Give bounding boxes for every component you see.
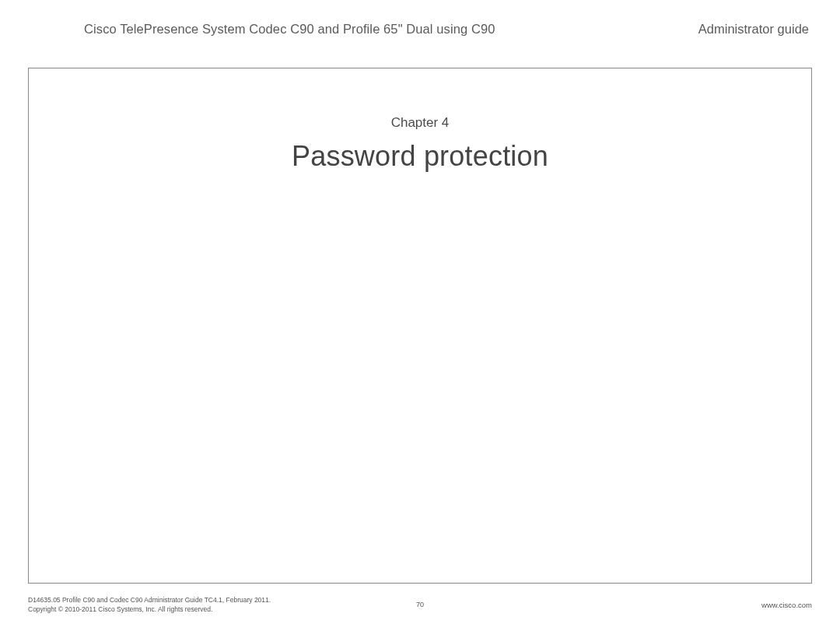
page-header: Cisco TelePresence System Codec C90 and … xyxy=(0,0,840,37)
page-footer: D14635.05 Profile C90 and Codec C90 Admi… xyxy=(28,596,812,614)
content-frame: Chapter 4 Password protection xyxy=(28,68,812,584)
document-id: D14635.05 Profile C90 and Codec C90 Admi… xyxy=(28,596,271,605)
copyright: Copyright © 2010-2011 Cisco Systems, Inc… xyxy=(28,605,271,614)
footer-left: D14635.05 Profile C90 and Codec C90 Admi… xyxy=(28,596,271,614)
page-number: 70 xyxy=(416,600,424,609)
chapter-title: Password protection xyxy=(29,140,811,173)
document-type: Administrator guide xyxy=(698,22,812,37)
chapter-label: Chapter 4 xyxy=(29,115,811,131)
product-title: Cisco TelePresence System Codec C90 and … xyxy=(84,22,495,37)
footer-url: www.cisco.com xyxy=(761,601,812,614)
